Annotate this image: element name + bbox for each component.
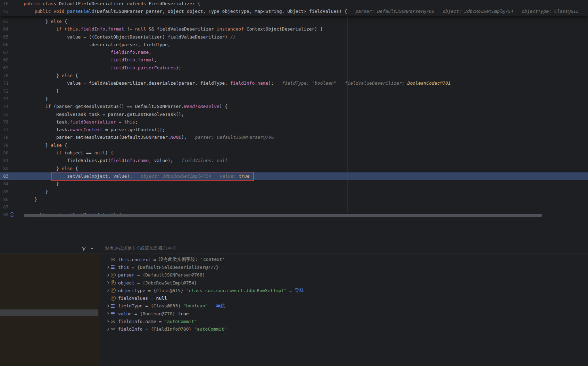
variable-value: "autoCommit" [164,319,197,324]
navigate-link[interactable]: 导航 [216,303,225,309]
navigate-link[interactable]: 导航 [295,287,304,293]
line-number-66[interactable]: 66 [0,41,24,49]
watch-icon [111,258,115,261]
line-number-73[interactable]: 73 [0,95,24,103]
expand-chevron-icon[interactable] [105,311,111,316]
variable-name: value [118,311,132,316]
line-number-64[interactable]: 64 [0,25,24,33]
line-number-74[interactable]: 74 [0,103,24,110]
variable-row[interactable]: fieldInfo = {FieldInfo@780} "autoCommit" [100,325,588,333]
line-number-78[interactable]: 78 [0,134,24,141]
line-number-76[interactable]: 76 [0,118,24,126]
code-text: } [24,87,588,95]
line-number-75[interactable]: 75 [0,111,24,118]
expand-chevron-icon[interactable] [105,272,111,278]
variable-icon [111,311,115,316]
expand-chevron-icon[interactable] [105,326,111,332]
expand-chevron-icon[interactable] [105,264,111,270]
horizontal-scrollbar[interactable] [24,214,542,217]
variable-name: fieldInfo.name [118,319,156,324]
variable-value: "boolean" [183,303,208,308]
evaluate-expression-input[interactable]: 对表达式求值(⏎)或添加监视(⇧⌘⏎) [100,243,588,254]
variable-row[interactable]: this = {DefaultFieldDeserializer@777} [100,263,588,271]
line-number-86[interactable]: 86 [0,196,24,203]
frames-panel[interactable] [0,254,100,366]
horizontal-scrollbar-thumb[interactable] [24,214,542,217]
code-editor[interactable]: 63 } else {64 if (this.fieldInfo.format … [0,0,588,243]
line-number-79[interactable]: 79 [0,142,24,149]
line-number-43[interactable]: 43 [0,8,24,15]
filter-button[interactable] [80,245,88,252]
equals-sign: = [132,311,140,316]
code-line-72: 72 } [0,87,588,95]
code-text [24,203,588,211]
inline-debug-hint: fieldType: "boolean" [282,80,337,86]
line-number-88[interactable]: 88↑ [0,211,24,219]
code-text: } [24,180,588,188]
expand-chevron-icon[interactable] [105,303,111,309]
inline-debug-hint: parser: DefaultJSONParser@706 [355,9,434,14]
variable-row[interactable]: value = {Boolean@778} true [100,310,588,317]
code-text: public void parseField(DefaultJSONParser… [24,8,588,15]
code-line-87: 87 [0,203,588,211]
code-line-81: 81 fieldValues.put(fieldInfo.name, value… [0,157,588,164]
line-number-65[interactable]: 65 [0,33,24,41]
code-lines: 63 } else {64 if (this.fieldInfo.format … [0,18,588,219]
line-number-68[interactable]: 68 [0,56,24,64]
code-text: if (parser.getResolveStatus() == Default… [24,103,588,110]
line-number-77[interactable]: 77 [0,126,24,134]
watch-icon [111,321,115,323]
variable-row[interactable]: fieldType = {Class@833} "boolean" … 导航 [100,302,588,310]
variable-value: "class com.sun.rowset.JdbcRowSetImpl" [186,288,287,293]
variable-value: {DefaultJSONParser@706} [142,272,205,278]
line-number-83[interactable]: 83 [0,172,24,180]
variable-row[interactable]: fieldInfo.name = "autoCommit" [100,317,588,325]
variable-row[interactable]: this.context = 没有此类实例字段: 'context' [100,256,588,263]
debug-panel: 对表达式求值(⏎)或添加监视(⇧⌘⏎) this.context = 没有此类实… [0,243,588,366]
line-number-71[interactable]: 71 [0,79,24,87]
expand-chevron-icon[interactable] [105,280,111,286]
equals-sign: = [148,296,156,301]
line-number-16[interactable]: 16 [0,0,24,8]
line-number-67[interactable]: 67 [0,49,24,56]
variable-row[interactable]: Pobject = {JdbcRowSetImpl@754} [100,279,588,287]
line-number-80[interactable]: 80 [0,149,24,157]
variable-value: {JdbcRowSetImpl@754} [142,280,197,286]
code-text: fieldInfo.name, [24,49,588,56]
code-line-71: 71 value = fieldValueDeserilizer.deseria… [0,79,588,87]
code-text: fieldInfo.format, [24,56,588,64]
variable-row[interactable]: Pparser = {DefaultJSONParser@706} [100,271,588,279]
variable-value: 没有此类实例字段: 'context' [159,256,225,263]
equals-sign: = [129,265,137,270]
code-text: } [24,188,588,196]
line-number-85[interactable]: 85 [0,188,24,196]
equals-sign: = [142,303,150,308]
line-number-84[interactable]: 84 [0,180,24,188]
code-line-73: 73 } [0,95,588,103]
code-line-64: 64 if (this.fieldInfo.format != null && … [0,25,588,33]
line-number-82[interactable]: 82 [0,165,24,172]
code-text: fieldInfo.parserFeatures); [24,64,588,72]
line-number-72[interactable]: 72 [0,87,24,95]
variable-name: fieldInfo [118,326,142,332]
expand-chevron-icon[interactable] [105,288,111,293]
line-number-69[interactable]: 69 [0,64,24,72]
line-number-87[interactable]: 87 [0,203,24,211]
code-text: if (object == null) { [24,149,588,157]
line-number-70[interactable]: 70 [0,72,24,79]
code-line-82: 82 } else { [0,165,588,172]
watch-icon [111,328,115,330]
inline-debug-hint: fieldValueDeserilizer: BooleanCodec@781 [345,80,451,86]
parameter-icon: P [111,296,116,301]
variable-row[interactable]: PobjectType = {Class@615} "class com.sun… [100,287,588,294]
expand-chevron-icon[interactable] [105,319,111,324]
line-number-63[interactable]: 63 [0,18,24,25]
code-text: setValue(object, value);object: JdbcRowS… [24,172,588,180]
line-number-81[interactable]: 81 [0,157,24,164]
expand-chevron-icon [105,257,111,262]
filter-dropdown-button[interactable] [88,245,96,252]
frames-selected-row[interactable] [0,309,98,316]
override-gutter-icon[interactable]: ↑ [10,212,14,217]
inline-debug-hint: fieldValues: null [182,158,228,163]
variable-row[interactable]: PfieldValues = null [100,294,588,302]
